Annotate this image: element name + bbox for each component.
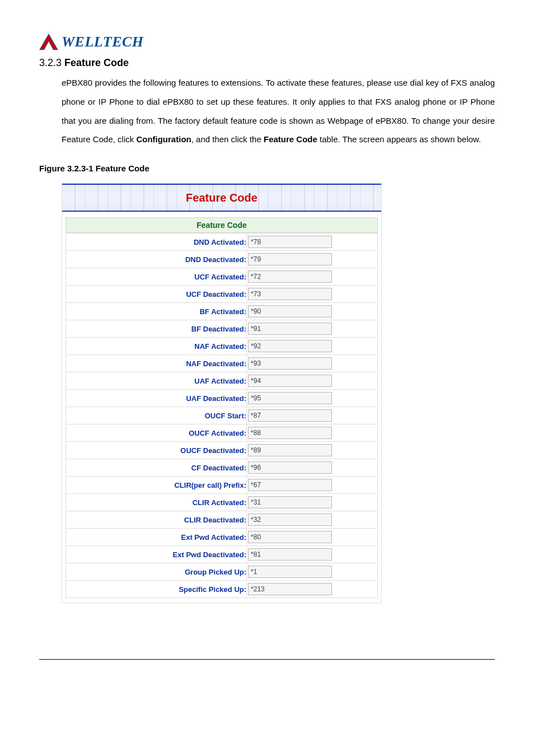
intro-paragraph: ePBX80 provides the following features t… xyxy=(62,73,495,149)
feature-value-cell xyxy=(247,286,378,303)
feature-code-input[interactable] xyxy=(248,305,332,318)
para-text-2: , and then click the xyxy=(191,134,264,144)
table-row: UCF Activated: xyxy=(66,268,378,286)
welltech-arrow-icon xyxy=(39,34,58,50)
table-row: DND Deactivated: xyxy=(66,251,378,268)
feature-label: Ext Pwd Deactivated: xyxy=(66,546,247,563)
feature-code-panel: Feature Code Feature Code DND Activated:… xyxy=(62,183,382,603)
feature-label: OUCF Start: xyxy=(66,407,247,424)
feature-label: UAF Activated: xyxy=(66,372,247,390)
feature-code-input[interactable] xyxy=(248,496,332,508)
feature-value-cell xyxy=(247,303,378,320)
table-row: CLIR(per call) Prefix: xyxy=(66,477,378,494)
feature-code-input[interactable] xyxy=(248,427,332,439)
feature-label: CLIR Activated: xyxy=(66,494,247,511)
feature-value-cell xyxy=(247,251,378,268)
feature-code-input[interactable] xyxy=(248,375,332,387)
feature-code-input[interactable] xyxy=(248,514,332,526)
feature-label: UCF Deactivated: xyxy=(66,286,247,303)
table-row: Specific Picked Up: xyxy=(66,581,378,598)
feature-code-input[interactable] xyxy=(248,253,332,265)
panel-title: Feature Code xyxy=(186,192,257,204)
feature-value-cell xyxy=(247,320,378,338)
feature-label: DND Activated: xyxy=(66,234,247,251)
section-heading: 3.2.3 Feature Code xyxy=(39,57,495,69)
feature-value-cell xyxy=(247,459,378,477)
feature-label: UCF Activated: xyxy=(66,268,247,286)
feature-value-cell xyxy=(247,268,378,286)
panel-subtitle: Feature Code xyxy=(65,217,378,233)
feature-label: Group Picked Up: xyxy=(66,563,247,581)
table-row: Ext Pwd Activated: xyxy=(66,529,378,546)
feature-label: CF Deactivated: xyxy=(66,459,247,477)
footer-rule xyxy=(39,659,495,660)
feature-code-input[interactable] xyxy=(248,236,332,248)
heading-text: Feature Code xyxy=(64,57,129,68)
feature-code-input[interactable] xyxy=(248,548,332,561)
feature-label: OUCF Activated: xyxy=(66,424,247,442)
table-row: OUCF Activated: xyxy=(66,424,378,442)
feature-code-table: DND Activated:DND Deactivated:UCF Activa… xyxy=(65,233,378,598)
table-row: CLIR Activated: xyxy=(66,494,378,511)
feature-code-input[interactable] xyxy=(248,409,332,422)
feature-code-input[interactable] xyxy=(248,340,332,352)
table-row: CLIR Deactivated: xyxy=(66,511,378,529)
table-row: Ext Pwd Deactivated: xyxy=(66,546,378,563)
table-row: NAF Deactivated: xyxy=(66,355,378,372)
para-text-3: table. The screen appears as shown below… xyxy=(317,134,481,144)
feature-code-input[interactable] xyxy=(248,270,332,283)
feature-value-cell xyxy=(247,355,378,372)
feature-code-input[interactable] xyxy=(248,392,332,404)
table-row: Group Picked Up: xyxy=(66,563,378,581)
feature-code-input[interactable] xyxy=(248,583,332,595)
feature-label: DND Deactivated: xyxy=(66,251,247,268)
feature-value-cell xyxy=(247,563,378,581)
feature-label: OUCF Deactivated: xyxy=(66,442,247,459)
feature-code-input[interactable] xyxy=(248,531,332,543)
feature-value-cell xyxy=(247,390,378,407)
feature-label: BF Activated: xyxy=(66,303,247,320)
feature-code-input[interactable] xyxy=(248,357,332,370)
feature-value-cell xyxy=(247,407,378,424)
feature-code-input[interactable] xyxy=(248,566,332,578)
heading-number: 3.2.3 xyxy=(39,57,64,68)
feature-code-input[interactable] xyxy=(248,479,332,491)
para-text-config: Configuration xyxy=(136,134,191,144)
feature-label: NAF Deactivated: xyxy=(66,355,247,372)
feature-value-cell xyxy=(247,372,378,390)
table-row: UCF Deactivated: xyxy=(66,286,378,303)
feature-label: Ext Pwd Activated: xyxy=(66,529,247,546)
feature-code-input[interactable] xyxy=(248,461,332,474)
feature-value-cell xyxy=(247,546,378,563)
feature-code-input[interactable] xyxy=(248,444,332,456)
feature-value-cell xyxy=(247,442,378,459)
feature-label: BF Deactivated: xyxy=(66,320,247,338)
table-row: UAF Activated: xyxy=(66,372,378,390)
feature-code-input[interactable] xyxy=(248,288,332,300)
feature-value-cell xyxy=(247,494,378,511)
feature-label: Specific Picked Up: xyxy=(66,581,247,598)
table-row: NAF Activated: xyxy=(66,338,378,355)
feature-value-cell xyxy=(247,511,378,529)
page-container: WELLTECH 3.2.3 Feature Code ePBX80 provi… xyxy=(0,0,534,626)
feature-value-cell xyxy=(247,581,378,598)
feature-value-cell xyxy=(247,529,378,546)
feature-label: NAF Activated: xyxy=(66,338,247,355)
feature-value-cell xyxy=(247,338,378,355)
table-row: BF Activated: xyxy=(66,303,378,320)
table-row: OUCF Deactivated: xyxy=(66,442,378,459)
feature-value-cell xyxy=(247,477,378,494)
table-row: UAF Deactivated: xyxy=(66,390,378,407)
logo-text: WELLTECH xyxy=(62,34,144,50)
feature-value-cell xyxy=(247,234,378,251)
logo: WELLTECH xyxy=(39,34,495,50)
feature-label: CLIR(per call) Prefix: xyxy=(66,477,247,494)
feature-value-cell xyxy=(247,424,378,442)
feature-label: UAF Deactivated: xyxy=(66,390,247,407)
panel-title-bar: Feature Code xyxy=(62,184,381,212)
feature-code-input[interactable] xyxy=(248,323,332,335)
figure-label: Figure 3.2.3-1 Feature Code xyxy=(39,164,495,173)
table-row: OUCF Start: xyxy=(66,407,378,424)
para-text-fc: Feature Code xyxy=(264,134,317,144)
table-row: DND Activated: xyxy=(66,234,378,251)
